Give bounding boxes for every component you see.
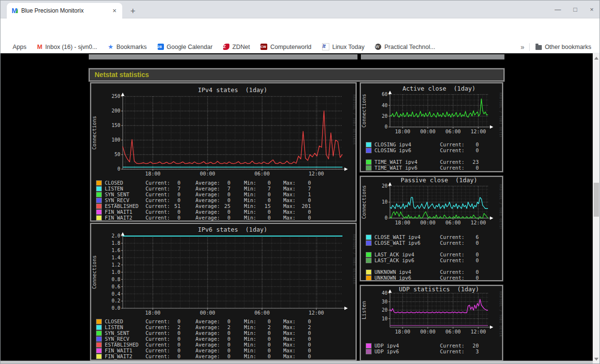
minimize-button[interactable]: — [551,6,564,14]
new-tab-button[interactable]: + [127,6,139,17]
previous-section-panel-edge [89,54,357,60]
svg-text:Connections: Connections [361,185,367,219]
legend-average: 25 [221,203,230,209]
browser-tab[interactable]: M Blue Precision Monitorix × [7,3,122,18]
legend-row: TIME_WAIT ipv6Current:0 [366,165,502,171]
panel-udp-statistics: 1020304018:0000:0006:0012:00UDP statisti… [360,285,503,361]
other-bookmarks-label: Other bookmarks [545,44,591,50]
legend-name: CLOSING ipv6 [374,147,440,153]
legend-swatch [366,148,372,153]
legend-swatch [96,348,102,353]
legend-name: CLOSED [105,318,146,324]
svg-text:40: 40 [382,290,388,296]
svg-text:Passive close (1day): Passive close (1day) [401,177,477,184]
legend-name: LAST_ACK ipv6 [374,257,440,263]
legend-name: ESTABLISHED [105,342,146,348]
svg-text:2.0: 2.0 [112,233,120,238]
bookmark-inbox[interactable]: MInbox (16) - sjvn0... [37,43,97,50]
legend-row: SYN_RECVCurrent:0Average:0Min:0Max:0 [96,336,356,342]
bookmarks-overflow-chevron[interactable]: » [520,43,524,51]
chart-active-close[interactable]: 020406018:0000:0006:0012:00Active close … [361,83,502,137]
legend-min: 2 [257,324,271,330]
legend-row: CLOSING ipv6Current:0 [366,147,502,153]
legend-current: 0 [171,197,180,203]
bookmark-bookmarks[interactable]: ★Bookmarks [108,43,146,50]
calendar-icon: 28 [158,44,164,50]
legend-min: 0 [257,197,271,203]
svg-text:18:00: 18:00 [145,171,161,176]
legend-swatch [96,354,102,359]
svg-text:RRDTOOL / TOBI OETIKER: RRDTOOL / TOBI OETIKER [499,93,502,137]
svg-text:IPv6 states (1day): IPv6 states (1day) [198,226,267,233]
legend-row: LAST_ACK ipv6Current:0 [366,257,502,263]
bookmark-practical-technology[interactable]: WPractical Technol... [375,44,435,50]
legend-min: 0 [257,215,271,221]
svg-text:18:00: 18:00 [395,329,410,334]
svg-text:0.0: 0.0 [112,305,120,311]
chart-passive-close[interactable]: 0102018:0000:0006:0012:00Passive close (… [361,177,502,228]
legend-max: 0 [296,197,311,203]
chart-ipv6-states[interactable]: 0.00.20.40.60.81.01.21.41.61.82.018:0000… [91,224,356,317]
legend-swatch [96,342,102,348]
legend-max: 7 [296,186,311,191]
svg-text:10: 10 [382,316,388,321]
svg-text:RRDTOOL / TOBI OETIKER: RRDTOOL / TOBI OETIKER [352,95,356,145]
bookmark-label: Apps [13,44,27,50]
apps-grid-icon [4,44,10,50]
legend-name: UNKNOWN ipv4 [374,269,440,275]
svg-text:200: 200 [112,108,120,113]
legend-row: SYN_RECVCurrent:0Average:0Min:0Max:0 [96,197,356,203]
legend-name: FIN_WAIT1 [105,348,146,353]
svg-text:06:00: 06:00 [445,128,461,134]
svg-text:00:00: 00:00 [200,310,215,316]
legend-max: 0 [296,336,311,342]
svg-text:0.6: 0.6 [112,284,120,289]
legend-current: 7 [171,186,180,191]
bookmark-label: Inbox (16) - sjvn0... [45,44,97,50]
svg-text:18:00: 18:00 [395,220,410,225]
legend-current: 23 [465,159,479,165]
legend-min: 0 [257,318,271,324]
legend-swatch [96,325,102,330]
svg-text:Listen: Listen [361,301,367,319]
chart-udp-statistics[interactable]: 1020304018:0000:0006:0012:00UDP statisti… [361,286,502,337]
svg-text:10: 10 [382,199,388,205]
wordpress-icon: W [375,44,381,50]
legend-swatch [96,215,102,221]
legend-swatch [96,319,102,324]
maximize-button[interactable]: □ [569,6,582,14]
svg-text:30: 30 [382,299,388,304]
svg-text:UDP statistics (1day): UDP statistics (1day) [399,286,479,293]
scrollbar-thumb[interactable] [594,183,599,217]
close-button[interactable]: × [585,6,598,14]
svg-text:150: 150 [112,123,120,128]
legend-min: 15 [257,203,271,209]
svg-text:100: 100 [112,137,120,142]
bookmark-google-calendar[interactable]: 28Google Calendar [158,44,213,50]
bookmarks-separator [529,43,530,51]
legend-min: 0 [257,209,271,215]
legend-current: 3 [465,348,479,354]
legend-name: LAST_ACK ipv4 [374,252,440,257]
other-bookmarks[interactable]: Other bookmarks [535,44,591,50]
legend-swatch [366,349,372,354]
legend-average: 2 [221,324,230,330]
legend-row: CLOSEDCurrent:0Average:0Min:0Max:0 [96,180,356,186]
legend-row: CLOSING ipv4Current:0 [366,142,502,147]
legend-name: TIME_WAIT ipv6 [374,165,440,171]
legend-swatch [96,331,102,336]
legend-average: 0 [221,191,230,197]
bookmark-zdnet[interactable]: ZZDNet [223,44,250,50]
bookmark-computerworld[interactable]: CWComputerworld [260,44,311,50]
bookmark-linux-today[interactable]: ltLinux Today [322,43,365,50]
panel-ipv4-states: 05010015020025018:0000:0006:0012:00IPv4 … [90,82,357,222]
tab-close-icon[interactable]: × [111,7,118,15]
legend-name: SYN_SENT [105,330,146,336]
zdnet-icon: Z [223,44,229,50]
panel-passive-close: 0102018:0000:0006:0012:00Passive close (… [360,176,503,281]
legend-current: 0 [171,209,180,215]
svg-text:20: 20 [382,307,388,313]
chart-ipv4-states[interactable]: 05010015020025018:0000:0006:0012:00IPv4 … [91,83,356,178]
svg-text:00:00: 00:00 [420,128,436,134]
bookmark-apps[interactable]: Apps [4,44,27,50]
